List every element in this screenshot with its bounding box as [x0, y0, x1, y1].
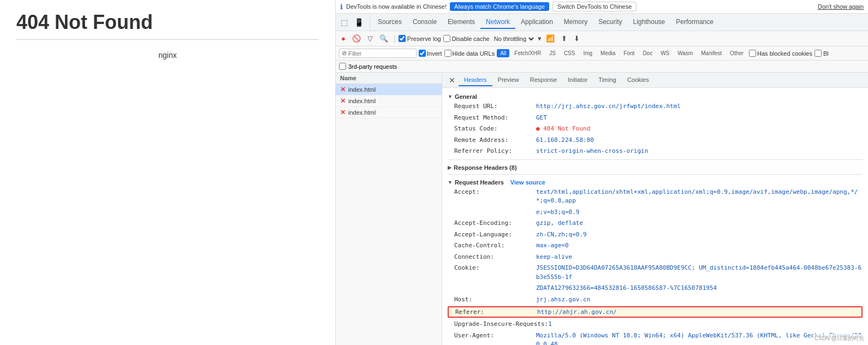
- sub-tab-timing[interactable]: Timing: [593, 74, 622, 86]
- preserve-log-checkbox[interactable]: [399, 35, 406, 42]
- filter-input[interactable]: [348, 50, 414, 57]
- preserve-log-label[interactable]: Preserve log: [399, 35, 441, 42]
- general-section-header[interactable]: General: [448, 91, 863, 101]
- throttle-arrow[interactable]: ▾: [538, 34, 542, 43]
- chip-all[interactable]: All: [497, 49, 509, 57]
- tab-console[interactable]: Console: [407, 16, 442, 29]
- upgrade-key: Upgrade-Insecure-Requests:: [454, 320, 548, 329]
- disable-cache-label[interactable]: Disable cache: [443, 35, 490, 42]
- network-toolbar: ● 🚫 ▽ 🔍 Preserve log Disable cache No th…: [336, 31, 868, 46]
- request-headers-section-header[interactable]: Request Headers View source: [448, 177, 863, 187]
- tab-performance[interactable]: Performance: [670, 16, 719, 29]
- sub-tab-initiator[interactable]: Initiator: [562, 74, 593, 86]
- invert-text: Invert: [427, 50, 442, 57]
- wifi-icon[interactable]: 📶: [544, 33, 557, 44]
- filter-button[interactable]: ▽: [365, 33, 375, 44]
- tab-elements[interactable]: Elements: [442, 16, 480, 29]
- accept-encoding-key: Accept-Encoding:: [454, 219, 536, 228]
- switch-devtools-button[interactable]: Switch DevTools to Chinese: [552, 2, 637, 11]
- connection-key: Connection:: [454, 253, 536, 262]
- record-button[interactable]: ●: [339, 33, 348, 44]
- referer-row: Referer: http://ahjr.ah.gov.cn/: [448, 306, 863, 318]
- tab-icon-group: ⬚ 📱: [338, 16, 370, 28]
- main-tabs: ⬚ 📱 Sources Console Elements Network App…: [336, 14, 868, 31]
- invert-label[interactable]: Invert: [419, 50, 442, 57]
- req-name-1: index.html: [348, 86, 376, 93]
- accept-encoding-val: gzip, deflate: [536, 219, 583, 228]
- chip-media[interactable]: Media: [597, 49, 619, 57]
- inspect-icon[interactable]: ⬚: [338, 16, 350, 28]
- referrer-policy-row: Referrer Policy: strict-origin-when-cros…: [448, 146, 863, 157]
- has-blocked-label[interactable]: Has blocked cookies: [749, 50, 812, 57]
- throttling-select[interactable]: No throttling Fast 3G Slow 3G: [492, 35, 536, 43]
- dont-show-link[interactable]: Don't show again: [818, 3, 864, 10]
- request-method-val: GET: [536, 114, 547, 123]
- device-icon[interactable]: 📱: [352, 16, 366, 28]
- hide-data-label[interactable]: Hide data URLs: [444, 50, 495, 57]
- search-button[interactable]: 🔍: [377, 33, 390, 44]
- req-name-3: index.html: [348, 109, 376, 116]
- accept-language-key: Accept-Language:: [454, 230, 536, 240]
- sub-tab-cookies[interactable]: Cookies: [622, 74, 655, 86]
- chip-doc[interactable]: Doc: [639, 49, 656, 57]
- third-party-text: 3rd-party requests: [348, 63, 397, 70]
- req-error-icon-3: ✕: [340, 109, 346, 116]
- connection-val: keep-alive: [536, 253, 572, 262]
- chip-js[interactable]: JS: [546, 49, 559, 57]
- tab-sources[interactable]: Sources: [372, 16, 407, 29]
- close-detail-button[interactable]: ✕: [445, 75, 459, 86]
- request-url-row: Request URL: http://jrj.ahsz.gov.cn/jrfw…: [448, 101, 863, 112]
- remote-address-row: Remote Address: 61.160.224.58:80: [448, 135, 863, 146]
- clear-button[interactable]: 🚫: [350, 33, 363, 44]
- cookie-row: Cookie: JSESSIONID=D3D64DA07265A3610AAF9…: [448, 263, 863, 283]
- upload-icon[interactable]: ⬆: [559, 33, 569, 44]
- sub-tab-headers[interactable]: Headers: [459, 74, 492, 86]
- page-subtitle: nginx: [16, 45, 319, 65]
- response-headers-section-header[interactable]: Response Headers (8): [448, 162, 863, 172]
- has-blocked-text: Has blocked cookies: [757, 50, 812, 57]
- detail-panel: ✕ Headers Preview Response Initiator Tim…: [442, 73, 868, 345]
- chip-img[interactable]: Img: [580, 49, 596, 57]
- chip-font[interactable]: Font: [620, 49, 638, 57]
- tab-security[interactable]: Security: [593, 16, 627, 29]
- accept-encoding-row: Accept-Encoding: gzip, deflate: [448, 218, 863, 229]
- host-key: Host:: [454, 295, 536, 305]
- cookie-cont-row: ZDATA1279632366=484532816-1650586587-%7C…: [448, 283, 863, 294]
- has-blocked-checkbox[interactable]: [749, 50, 756, 57]
- tab-network[interactable]: Network: [480, 16, 515, 29]
- user-agent-key: User-Agent:: [454, 331, 536, 346]
- req-item-2[interactable]: ✕ index.html: [336, 96, 442, 107]
- filter-chips: All Fetch/XHR JS CSS Img Media Font Doc …: [497, 49, 747, 57]
- download-icon[interactable]: ⬇: [572, 33, 582, 44]
- match-language-button[interactable]: Always match Chrome's language: [450, 2, 549, 11]
- sub-tab-response[interactable]: Response: [525, 74, 563, 86]
- filter-input-wrap: ⊘: [339, 49, 417, 58]
- tab-lighthouse[interactable]: Lighthouse: [628, 16, 671, 29]
- third-party-checkbox[interactable]: [339, 63, 346, 70]
- chip-other[interactable]: Other: [727, 49, 747, 57]
- view-source-link[interactable]: View source: [510, 179, 545, 186]
- cookie-key: Cookie:: [454, 264, 536, 282]
- req-item-3[interactable]: ✕ index.html: [336, 107, 442, 118]
- bl-checkbox[interactable]: [815, 50, 822, 57]
- chip-fetch-xhr[interactable]: Fetch/XHR: [511, 49, 544, 57]
- bl-label[interactable]: Bl: [815, 50, 829, 57]
- sub-tabs: ✕ Headers Preview Response Initiator Tim…: [442, 73, 868, 88]
- chip-wasm[interactable]: Wasm: [674, 49, 696, 57]
- chip-manifest[interactable]: Manifest: [698, 49, 725, 57]
- chip-ws[interactable]: WS: [657, 49, 673, 57]
- req-item-1[interactable]: ✕ index.html: [336, 84, 442, 96]
- request-method-row: Request Method: GET: [448, 112, 863, 124]
- remote-address-key: Remote Address:: [454, 136, 536, 145]
- accept-val: text/html,application/xhtml+xml,applicat…: [536, 188, 863, 206]
- separator: [394, 34, 395, 43]
- chip-css[interactable]: CSS: [561, 49, 579, 57]
- watermark: CSDN @日落的时光: [813, 334, 866, 343]
- sub-tab-preview[interactable]: Preview: [492, 74, 525, 86]
- accept-language-row: Accept-Language: zh-CN,zh;q=0.9: [448, 229, 863, 241]
- tab-memory[interactable]: Memory: [558, 16, 593, 29]
- hide-data-checkbox[interactable]: [444, 50, 451, 57]
- invert-checkbox[interactable]: [419, 50, 426, 57]
- tab-application[interactable]: Application: [515, 16, 558, 29]
- disable-cache-checkbox[interactable]: [443, 35, 450, 42]
